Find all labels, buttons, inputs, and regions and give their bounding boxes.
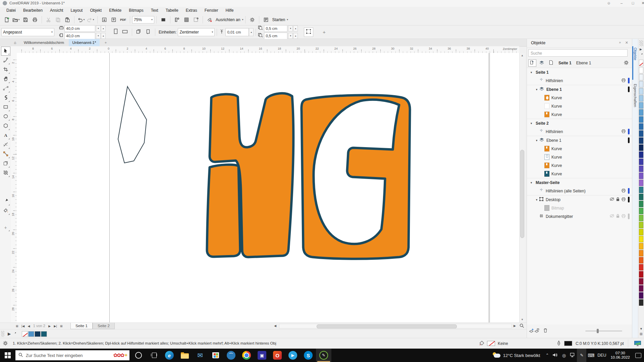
letter-leg-curve[interactable] — [207, 165, 240, 257]
volume-icon[interactable] — [551, 349, 559, 362]
tree-row-kurve[interactable]: Kurve — [527, 102, 632, 110]
delete-button[interactable] — [543, 328, 548, 334]
clock[interactable]: 07:3010.06.2022 — [608, 349, 633, 362]
tree-row-master-seite[interactable]: ▾Master-Seite — [527, 178, 632, 187]
tree-row-bitmap[interactable]: Bitmap — [527, 204, 632, 212]
zoom-tool-button[interactable] — [519, 323, 524, 329]
doc-color-swatch[interactable] — [41, 331, 47, 337]
color-swatch[interactable] — [639, 95, 643, 102]
menu-datei[interactable]: Datei — [3, 8, 19, 13]
horizontal-scrollbar[interactable] — [279, 324, 512, 328]
crop-tool[interactable] — [1, 65, 10, 74]
launch-label[interactable]: Starten — [272, 17, 285, 22]
tree-row-hilfslinien[interactable]: Hilfslinien — [527, 76, 632, 85]
menu-fenster[interactable]: Fenster — [201, 8, 222, 13]
snap-off-icon[interactable] — [205, 15, 214, 24]
menu-ansicht[interactable]: Ansicht — [46, 8, 67, 13]
close-button[interactable]: ✕ — [638, 0, 644, 7]
palette-eyedropper-icon[interactable] — [13, 331, 17, 337]
welcome-tab[interactable]: Willkommensbildschirm — [19, 39, 69, 46]
layer-color-bar[interactable] — [628, 103, 630, 109]
tree-row-desktop[interactable]: ▾Desktop — [527, 195, 632, 204]
home-tab[interactable]: ⌂ — [11, 39, 19, 46]
add-tool-button[interactable]: + — [1, 223, 10, 232]
edge-icon[interactable]: e — [162, 349, 177, 362]
hscroll-left-button[interactable]: ◀ — [273, 323, 277, 329]
menu-objekt[interactable]: Objekt — [86, 8, 105, 13]
file-explorer-icon[interactable] — [177, 349, 193, 362]
layer-color-bar[interactable] — [628, 86, 630, 92]
vertical-scrollbar[interactable]: ▲ ▼ — [519, 53, 525, 322]
tree-row-dokumentgitter[interactable]: Dokumentgitter — [527, 212, 632, 221]
tree-row-seite-2[interactable]: ▾Seite 2 — [527, 119, 632, 127]
last-page-button[interactable]: ▶| — [53, 323, 58, 329]
color-swatch[interactable] — [639, 144, 643, 151]
layer-color-bar[interactable] — [628, 188, 630, 194]
dimension-tool[interactable] — [1, 140, 10, 149]
all-pages-button[interactable] — [134, 27, 144, 37]
pen-tray-icon[interactable]: ✎ — [577, 349, 586, 362]
tree-row-kurve[interactable]: Kurve — [527, 153, 632, 161]
active-page-label[interactable]: Seite 1 — [558, 61, 572, 65]
palette-flyout-arrow[interactable]: ▶ — [8, 331, 11, 336]
eyedropper-tool[interactable] — [1, 197, 10, 206]
palette-handle[interactable] — [639, 40, 643, 46]
add-page-before-button[interactable]: ⊞ — [15, 323, 19, 329]
page-tab-2[interactable]: Seite 2 — [93, 323, 115, 329]
color-swatch[interactable] — [639, 271, 643, 278]
new-layer-button[interactable] — [529, 328, 534, 334]
new-master-layer-button[interactable] — [534, 328, 540, 334]
color-swatch[interactable] — [639, 285, 643, 292]
shape-tool[interactable] — [1, 56, 10, 65]
docker-settings-gear[interactable] — [624, 60, 629, 66]
menu-text[interactable]: Text — [147, 8, 162, 13]
palette-scroll-down-icon[interactable]: ▼ — [640, 327, 643, 330]
palette-drag-handle[interactable] — [1, 331, 4, 337]
layer-color-bar[interactable] — [628, 180, 630, 185]
add-page-after-button[interactable]: ⊞ — [59, 323, 64, 329]
palette-expand-icon[interactable]: ⊞ — [640, 332, 642, 336]
lock-icon[interactable] — [616, 197, 620, 202]
color-swatch[interactable] — [639, 222, 643, 228]
color-swatch[interactable] — [639, 116, 643, 123]
landscape-button[interactable] — [120, 27, 130, 37]
color-swatch[interactable] — [639, 243, 643, 249]
store-icon[interactable] — [208, 349, 223, 362]
current-page-button[interactable] — [144, 27, 153, 37]
layer-color-bar[interactable] — [628, 154, 630, 160]
new-document-button[interactable] — [2, 15, 11, 24]
color-swatch[interactable] — [639, 166, 643, 172]
color-swatch[interactable] — [639, 102, 643, 109]
color-swatch[interactable] — [639, 74, 643, 80]
task-view-button[interactable] — [146, 349, 162, 362]
layer-color-bar[interactable] — [628, 112, 630, 117]
coreldraw-taskbar-icon[interactable]: ✎ — [316, 349, 331, 362]
transparency-tool[interactable] — [1, 169, 10, 178]
touch-keyboard-icon[interactable]: ⌨ — [586, 349, 596, 362]
ruler-origin[interactable] — [11, 46, 17, 53]
export-button[interactable] — [109, 15, 118, 24]
thumbnail-size-slider[interactable] — [585, 330, 622, 331]
color-swatch[interactable] — [639, 194, 643, 200]
polygon-tool[interactable] — [1, 122, 10, 131]
layer-color-bar[interactable] — [628, 171, 630, 177]
color-swatch[interactable] — [639, 257, 643, 263]
tree-row-hilfslinien-alle-seiten-[interactable]: Hilfslinien (alle Seiten) — [527, 187, 632, 195]
text-tool[interactable]: A — [1, 131, 10, 140]
printer-icon[interactable] — [621, 188, 626, 194]
color-swatch[interactable] — [639, 173, 643, 179]
printer-icon[interactable] — [621, 197, 626, 202]
tray-circle-icon[interactable]: ◎ — [559, 349, 568, 362]
layer-color-bar[interactable] — [628, 95, 630, 101]
tree-row-hilfslinien[interactable]: Hilfslinien — [527, 127, 632, 136]
pan-tool[interactable] — [1, 75, 10, 84]
interactive-fill-tool[interactable] — [1, 206, 10, 216]
nudge-distance-field[interactable]: 0,01 cm — [225, 28, 249, 36]
horizontal-scroll-thumb[interactable] — [317, 324, 457, 328]
tree-row-ebene-1[interactable]: ▾Ebene 1 — [527, 136, 632, 144]
portrait-button[interactable] — [111, 27, 120, 37]
duplicate-x-field[interactable]: 0,5 cm — [264, 25, 287, 32]
mail-icon[interactable]: ✉ — [193, 349, 208, 362]
show-grid-button[interactable] — [182, 15, 191, 24]
new-tab-button[interactable]: + — [102, 39, 109, 46]
